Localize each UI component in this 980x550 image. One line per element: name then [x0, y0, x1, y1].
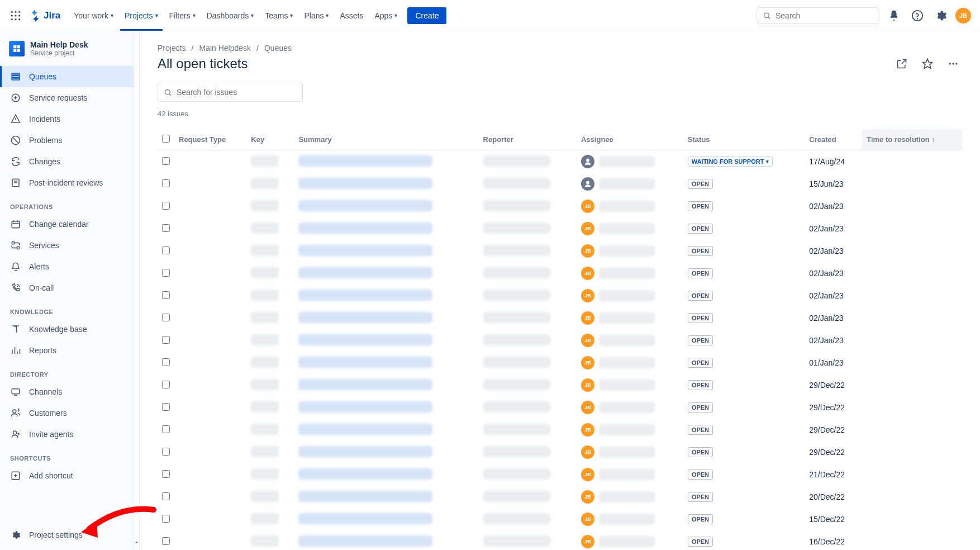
table-row[interactable]: JBOPEN21/Dec/22 — [158, 463, 962, 486]
row-checkbox[interactable] — [162, 291, 170, 299]
status-badge[interactable]: OPEN — [688, 268, 713, 278]
breadcrumb-projects[interactable]: Projects — [158, 44, 186, 53]
global-search[interactable] — [757, 7, 879, 24]
status-badge[interactable]: OPEN — [688, 224, 713, 234]
col-created[interactable]: Created — [805, 129, 862, 150]
table-row[interactable]: JBOPEN02/Jan/23 — [158, 240, 962, 262]
create-button[interactable]: Create — [407, 7, 446, 24]
row-checkbox[interactable] — [162, 515, 170, 523]
status-badge[interactable]: WAITING FOR SUPPORT ▾ — [688, 157, 773, 167]
notifications-icon[interactable] — [885, 7, 903, 25]
table-row[interactable]: OPEN15/Jun/23 — [158, 173, 962, 195]
status-badge[interactable]: OPEN — [688, 402, 713, 412]
sidebar-item-services[interactable]: Services — [0, 235, 134, 256]
row-checkbox[interactable] — [162, 179, 170, 187]
row-checkbox[interactable] — [162, 470, 170, 478]
col-status[interactable]: Status — [683, 129, 805, 150]
row-checkbox[interactable] — [162, 157, 170, 165]
table-row[interactable]: JBOPEN02/Jan/23 — [158, 195, 962, 217]
status-badge[interactable]: OPEN — [688, 514, 713, 524]
status-badge[interactable]: OPEN — [688, 179, 713, 189]
row-checkbox[interactable] — [162, 224, 170, 232]
nav-apps[interactable]: Apps▾ — [370, 8, 402, 23]
status-badge[interactable]: OPEN — [688, 470, 713, 480]
table-row[interactable]: JBOPEN20/Dec/22 — [158, 486, 962, 508]
status-badge[interactable]: OPEN — [688, 313, 713, 323]
select-all-checkbox[interactable] — [162, 135, 170, 143]
status-badge[interactable]: OPEN — [688, 201, 713, 211]
table-row[interactable]: JBOPEN01/Jan/23 — [158, 352, 962, 374]
help-icon[interactable] — [908, 7, 926, 25]
nav-your-work[interactable]: Your work▾ — [69, 8, 118, 23]
row-checkbox[interactable] — [162, 448, 170, 456]
row-checkbox[interactable] — [162, 314, 170, 321]
issue-search[interactable] — [158, 83, 303, 102]
row-checkbox[interactable] — [162, 246, 170, 254]
sidebar-item-problems[interactable]: Problems — [0, 130, 134, 151]
breadcrumb-queues[interactable]: Queues — [264, 44, 292, 53]
row-checkbox[interactable] — [162, 336, 170, 344]
table-row[interactable]: JBOPEN29/Dec/22 — [158, 374, 962, 396]
breadcrumb-project[interactable]: Main Helpdesk — [199, 44, 251, 53]
user-avatar[interactable]: JB — [955, 8, 971, 23]
status-badge[interactable]: OPEN — [688, 335, 713, 345]
nav-assets[interactable]: Assets — [335, 8, 368, 23]
sidebar-item-incidents[interactable]: Incidents — [0, 108, 134, 130]
row-checkbox[interactable] — [162, 358, 170, 366]
status-badge[interactable]: OPEN — [688, 291, 713, 301]
table-row[interactable]: WAITING FOR SUPPORT ▾17/Aug/24 — [158, 150, 962, 173]
sidebar-resizer[interactable] — [134, 31, 140, 550]
col-assignee[interactable]: Assignee — [577, 129, 683, 150]
col-reporter[interactable]: Reporter — [479, 129, 577, 150]
table-row[interactable]: JBOPEN02/Jan/23 — [158, 285, 962, 307]
sidebar-item-on-call[interactable]: On-call — [0, 277, 134, 298]
sidebar-item-reports[interactable]: Reports — [0, 340, 134, 361]
nav-plans[interactable]: Plans▾ — [299, 8, 333, 23]
table-row[interactable]: JBOPEN29/Dec/22 — [158, 396, 962, 419]
col-time-to-resolution[interactable]: Time to resolution ↑ — [862, 129, 962, 150]
row-checkbox[interactable] — [162, 269, 170, 277]
sidebar-item-channels[interactable]: Channels — [0, 381, 134, 402]
status-badge[interactable]: OPEN — [688, 492, 713, 502]
sidebar-item-change-calendar[interactable]: Change calendar — [0, 214, 134, 235]
table-row[interactable]: JBOPEN02/Jan/23 — [158, 329, 962, 352]
app-switcher-icon[interactable] — [9, 9, 22, 22]
global-search-input[interactable] — [776, 11, 873, 20]
row-checkbox[interactable] — [162, 537, 170, 545]
row-checkbox[interactable] — [162, 202, 170, 210]
nav-filters[interactable]: Filters▾ — [165, 8, 200, 23]
table-row[interactable]: JBOPEN16/Dec/22 — [158, 530, 962, 550]
nav-projects[interactable]: Projects▾ — [120, 8, 163, 23]
sidebar-item-changes[interactable]: Changes — [0, 151, 134, 172]
col-key[interactable]: Key — [246, 129, 294, 150]
status-badge[interactable]: OPEN — [688, 447, 713, 457]
jira-logo[interactable]: Jira — [29, 10, 60, 22]
row-checkbox[interactable] — [162, 492, 170, 500]
status-badge[interactable]: OPEN — [688, 380, 713, 390]
status-badge[interactable]: OPEN — [688, 537, 713, 547]
status-badge[interactable]: OPEN — [688, 358, 713, 368]
sidebar-item-post-incident-reviews[interactable]: Post-incident reviews — [0, 172, 134, 193]
table-row[interactable]: JBOPEN29/Dec/22 — [158, 419, 962, 441]
status-badge[interactable]: OPEN — [688, 425, 713, 435]
nav-teams[interactable]: Teams▾ — [260, 8, 297, 23]
more-icon[interactable] — [944, 55, 962, 73]
row-checkbox[interactable] — [162, 381, 170, 388]
sidebar-item-knowledge-base[interactable]: Knowledge base — [0, 319, 134, 340]
row-checkbox[interactable] — [162, 425, 170, 433]
star-icon[interactable] — [919, 55, 936, 73]
settings-icon[interactable] — [932, 7, 950, 25]
table-row[interactable]: JBOPEN29/Dec/22 — [158, 441, 962, 463]
row-checkbox[interactable] — [162, 403, 170, 411]
sidebar-item-add-shortcut[interactable]: Add shortcut — [0, 465, 134, 486]
table-row[interactable]: JBOPEN15/Dec/22 — [158, 508, 962, 530]
open-external-icon[interactable] — [893, 55, 911, 73]
nav-dashboards[interactable]: Dashboards▾ — [202, 8, 259, 23]
sidebar-item-service-requests[interactable]: Service requests — [0, 87, 134, 108]
table-row[interactable]: JBOPEN02/Jan/23 — [158, 217, 962, 240]
sidebar-item-queues[interactable]: Queues — [0, 66, 134, 87]
sidebar-item-customers[interactable]: Customers — [0, 402, 134, 424]
sidebar-item-invite-agents[interactable]: Invite agents — [0, 424, 134, 445]
table-row[interactable]: JBOPEN02/Jan/23 — [158, 262, 962, 285]
sidebar-item-alerts[interactable]: Alerts — [0, 256, 134, 277]
